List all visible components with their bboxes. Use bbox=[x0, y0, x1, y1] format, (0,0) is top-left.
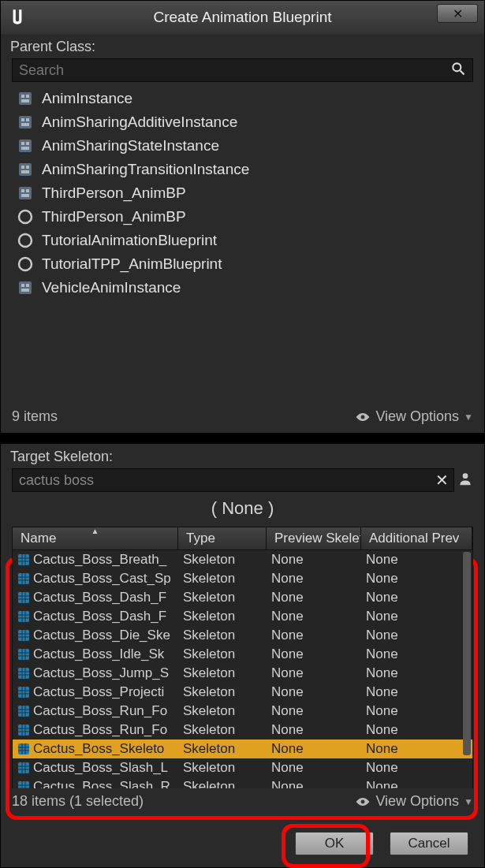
row-preview: None bbox=[267, 552, 361, 568]
svg-rect-27 bbox=[26, 284, 29, 287]
parent-class-item[interactable]: AnimSharingAdditiveInstance bbox=[17, 110, 468, 134]
table-row[interactable]: Cactus_Boss_ProjectiSkeletonNoneNone bbox=[13, 683, 472, 702]
table-row[interactable]: Cactus_Boss_Die_SkeSkeletonNoneNone bbox=[13, 626, 472, 645]
table-body[interactable]: Cactus_Boss_Breath_SkeletonNoneNoneCactu… bbox=[12, 550, 473, 788]
svg-rect-12 bbox=[26, 142, 29, 145]
parent-class-item[interactable]: TutorialTPP_AnimBlueprint bbox=[17, 252, 468, 276]
column-header-preview[interactable]: Preview Skeletal bbox=[267, 527, 361, 549]
parent-class-footer: 9 items View Options ▼ bbox=[1, 402, 484, 433]
parent-class-search-input[interactable] bbox=[13, 61, 444, 80]
skeleton-asset-icon bbox=[17, 762, 30, 774]
column-header-type[interactable]: Type bbox=[178, 527, 267, 549]
svg-rect-4 bbox=[26, 95, 29, 98]
column-header-name-label: Name bbox=[21, 531, 56, 546]
parent-class-item[interactable]: ThirdPerson_AnimBP bbox=[17, 181, 468, 205]
svg-rect-20 bbox=[26, 189, 29, 192]
table-row[interactable]: Cactus_Boss_Breath_SkeletonNoneNone bbox=[13, 550, 472, 569]
parent-class-item[interactable]: AnimSharingStateInstance bbox=[17, 134, 468, 158]
row-type: Skeleton bbox=[178, 628, 267, 643]
window-title: Create Animation Blueprint bbox=[1, 9, 484, 26]
vertical-scrollbar[interactable] bbox=[463, 552, 471, 755]
target-skeleton-search[interactable]: ✕ bbox=[12, 468, 454, 492]
dialog-window: Create Animation Blueprint ✕ Parent Clas… bbox=[0, 0, 485, 868]
row-type: Skeleton bbox=[178, 703, 267, 719]
table-row[interactable]: Cactus_Boss_Run_FoSkeletonNoneNone bbox=[13, 721, 472, 739]
svg-rect-46 bbox=[18, 611, 29, 622]
row-name: Cactus_Boss_Dash_F bbox=[33, 590, 166, 605]
row-additional: None bbox=[361, 665, 472, 681]
row-type: Skeleton bbox=[178, 684, 267, 700]
cancel-button[interactable]: Cancel bbox=[390, 832, 468, 855]
row-name: Cactus_Boss_Run_Fo bbox=[33, 703, 167, 719]
table-row[interactable]: Cactus_Boss_Slash_RSkeletonNoneNone bbox=[13, 777, 472, 788]
svg-rect-14 bbox=[19, 163, 32, 176]
ok-button[interactable]: OK bbox=[295, 832, 374, 855]
svg-rect-66 bbox=[18, 687, 29, 698]
parent-class-item[interactable]: TutorialAnimationBlueprint bbox=[17, 229, 468, 252]
row-name: Cactus_Boss_Idle_Sk bbox=[33, 646, 164, 662]
svg-point-0 bbox=[453, 63, 461, 71]
class-icon bbox=[17, 114, 34, 131]
svg-rect-56 bbox=[18, 649, 29, 660]
parent-class-item[interactable]: AnimSharingTransitionInstance bbox=[17, 158, 468, 181]
row-preview: None bbox=[267, 646, 361, 662]
clear-icon[interactable]: ✕ bbox=[431, 471, 453, 490]
close-button[interactable]: ✕ bbox=[437, 4, 478, 23]
none-heading: ( None ) bbox=[1, 492, 484, 527]
row-name: Cactus_Boss_Run_Fo bbox=[33, 722, 167, 738]
table-row[interactable]: Cactus_Boss_Run_FoSkeletonNoneNone bbox=[13, 702, 472, 721]
skeleton-asset-icon bbox=[17, 591, 30, 604]
parent-class-item[interactable]: VehicleAnimInstance bbox=[17, 276, 468, 300]
row-additional: None bbox=[361, 741, 472, 757]
row-additional: None bbox=[361, 590, 472, 605]
row-preview: None bbox=[267, 684, 361, 700]
blueprint-icon bbox=[17, 208, 34, 225]
sort-ascending-icon: ▲ bbox=[91, 527, 99, 535]
table-header: ▲ Name Type Preview Skeletal Additional … bbox=[12, 527, 473, 550]
row-type: Skeleton bbox=[178, 741, 267, 757]
svg-rect-25 bbox=[19, 281, 32, 294]
row-additional: None bbox=[361, 628, 472, 643]
class-icon bbox=[17, 137, 34, 155]
table-row[interactable]: Cactus_Boss_Jump_SSkeletonNoneNone bbox=[13, 664, 472, 683]
table-row[interactable]: Cactus_Boss_Slash_LSkeletonNoneNone bbox=[13, 758, 472, 777]
row-type: Skeleton bbox=[178, 722, 267, 738]
svg-rect-15 bbox=[21, 166, 24, 169]
parent-class-search[interactable] bbox=[12, 58, 473, 82]
parent-class-view-options[interactable]: View Options ▼ bbox=[355, 408, 473, 425]
row-name: Cactus_Boss_Slash_L bbox=[33, 760, 168, 776]
row-preview: None bbox=[267, 628, 361, 643]
svg-rect-28 bbox=[21, 289, 29, 292]
eye-icon bbox=[355, 412, 371, 423]
column-header-name[interactable]: ▲ Name bbox=[13, 527, 178, 549]
user-filter-icon[interactable] bbox=[457, 471, 473, 490]
svg-rect-31 bbox=[18, 554, 29, 565]
title-bar: Create Animation Blueprint ✕ bbox=[1, 1, 484, 34]
row-additional: None bbox=[361, 760, 472, 776]
column-header-additional[interactable]: Additional Prev bbox=[361, 527, 472, 549]
parent-class-item[interactable]: AnimInstance bbox=[17, 87, 468, 110]
target-skeleton-search-input[interactable] bbox=[13, 471, 431, 490]
svg-line-1 bbox=[461, 70, 464, 74]
table-row[interactable]: Cactus_Boss_SkeletoSkeletonNoneNone bbox=[13, 739, 472, 758]
skeleton-asset-icon bbox=[17, 686, 30, 698]
chevron-down-icon: ▼ bbox=[464, 796, 473, 807]
row-preview: None bbox=[267, 609, 361, 624]
row-name: Cactus_Boss_Skeleto bbox=[33, 741, 164, 757]
table-row[interactable]: Cactus_Boss_Dash_FSkeletonNoneNone bbox=[13, 588, 472, 607]
parent-class-item-label: VehicleAnimInstance bbox=[42, 279, 181, 296]
table-row[interactable]: Cactus_Boss_Idle_SkSkeletonNoneNone bbox=[13, 645, 472, 664]
skeleton-asset-icon bbox=[17, 629, 30, 642]
table-row[interactable]: Cactus_Boss_Cast_SpSkeletonNoneNone bbox=[13, 569, 472, 588]
svg-rect-2 bbox=[19, 92, 32, 105]
svg-point-29 bbox=[361, 415, 365, 419]
parent-class-item[interactable]: ThirdPerson_AnimBP bbox=[17, 205, 468, 229]
parent-class-list: AnimInstanceAnimSharingAdditiveInstanceA… bbox=[17, 87, 468, 300]
row-additional: None bbox=[361, 609, 472, 624]
row-additional: None bbox=[361, 722, 472, 738]
target-skeleton-view-options[interactable]: View Options ▼ bbox=[355, 793, 473, 810]
row-additional: None bbox=[361, 646, 472, 662]
blueprint-icon bbox=[17, 232, 34, 249]
parent-class-item-label: AnimSharingTransitionInstance bbox=[42, 161, 249, 178]
table-row[interactable]: Cactus_Boss_Dash_FSkeletonNoneNone bbox=[13, 607, 472, 626]
